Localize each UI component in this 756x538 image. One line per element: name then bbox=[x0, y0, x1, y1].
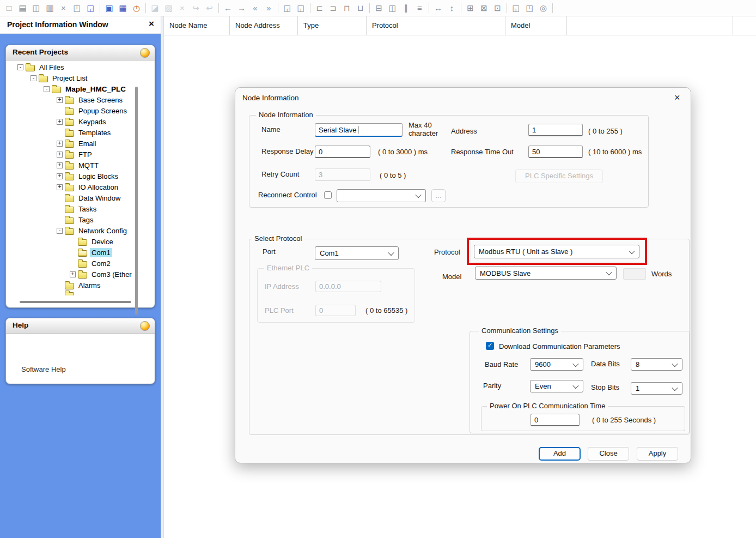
expand-icon[interactable]: + bbox=[57, 141, 63, 147]
parity-select[interactable]: Even bbox=[530, 380, 583, 392]
port-select[interactable]: Com1 bbox=[315, 246, 399, 260]
group-icon[interactable]: ◱ bbox=[509, 2, 523, 15]
close-button[interactable]: Close bbox=[588, 447, 629, 461]
collapse-icon[interactable]: - bbox=[31, 75, 36, 81]
add-list-icon[interactable]: ▥ bbox=[43, 2, 57, 15]
ungroup-icon[interactable]: ◳ bbox=[523, 2, 536, 15]
collapse-icon[interactable]: - bbox=[17, 64, 23, 70]
tree-item-alarms[interactable]: Alarms bbox=[10, 280, 132, 291]
baud-rate-select[interactable]: 9600 bbox=[530, 358, 583, 371]
align-center-h-icon[interactable]: ⊟ bbox=[372, 2, 386, 15]
tree-item-network-config[interactable]: -Network Config bbox=[10, 225, 132, 236]
tree-item-tasks[interactable]: Tasks bbox=[10, 203, 132, 214]
first-icon[interactable]: « bbox=[248, 2, 262, 15]
tree-item-maple-hmc-plc[interactable]: -Maple_HMC_PLC bbox=[10, 83, 132, 94]
reconnect-browse-button[interactable]: ... bbox=[431, 189, 446, 202]
collapse-icon[interactable]: - bbox=[44, 86, 50, 92]
tree-item-device[interactable]: Device bbox=[10, 236, 132, 247]
column-header-blank[interactable] bbox=[567, 16, 733, 35]
fit-height-icon[interactable]: ⊠ bbox=[477, 2, 491, 15]
column-header-model[interactable]: Model bbox=[505, 16, 567, 35]
name-input[interactable] bbox=[315, 123, 403, 137]
help-header[interactable]: Help bbox=[6, 318, 155, 334]
tree-item-partial[interactable] bbox=[10, 291, 132, 295]
collapse-orb-icon[interactable] bbox=[140, 321, 150, 331]
software-help-link[interactable]: Software Help bbox=[21, 365, 66, 373]
tree-item-com2[interactable]: Com2 bbox=[10, 258, 132, 269]
same-height-icon[interactable]: ↕ bbox=[445, 2, 459, 15]
expand-icon[interactable]: + bbox=[57, 162, 63, 168]
last-icon[interactable]: » bbox=[262, 2, 276, 15]
tree-item-mqtt[interactable]: +MQTT bbox=[10, 160, 132, 171]
add-notebook-icon[interactable]: ▤ bbox=[16, 2, 29, 15]
center-screen-icon[interactable]: ⊡ bbox=[491, 2, 504, 15]
apply-button[interactable]: Apply bbox=[637, 447, 678, 461]
align-left-icon[interactable]: ⊏ bbox=[313, 2, 326, 15]
reconnect-control-select[interactable] bbox=[337, 189, 426, 202]
expand-icon[interactable]: + bbox=[57, 152, 63, 158]
tree-item-com3-ethernet[interactable]: +Com3 (Ethernet) bbox=[10, 269, 132, 280]
protocol-select[interactable]: Modbus RTU ( Unit as Slave ) bbox=[474, 245, 639, 258]
online-monitor-icon[interactable]: ▣ bbox=[102, 2, 116, 15]
tree-item-data-window[interactable]: Data Window bbox=[10, 192, 132, 203]
reconnect-control-checkbox[interactable] bbox=[324, 191, 332, 199]
align-top-icon[interactable]: ⊓ bbox=[340, 2, 353, 15]
tree-item-popup-screens[interactable]: Popup Screens bbox=[10, 105, 132, 116]
copy-page-icon[interactable]: ◫ bbox=[29, 2, 43, 15]
tree-item-tags[interactable]: Tags bbox=[10, 214, 132, 225]
expand-icon[interactable]: + bbox=[57, 97, 63, 103]
column-header-node-name[interactable]: Node Name bbox=[164, 16, 230, 35]
open-project-icon[interactable]: ◰ bbox=[70, 2, 84, 15]
collapse-icon[interactable]: - bbox=[57, 228, 63, 234]
column-header-node-address[interactable]: Node Address bbox=[230, 16, 298, 35]
expand-icon[interactable]: + bbox=[57, 173, 63, 179]
distribute-h-icon[interactable]: ∥ bbox=[399, 2, 413, 15]
tree-item-io-allocation[interactable]: +IO Allocation bbox=[10, 182, 132, 192]
model-select[interactable]: MODBUS Slave bbox=[475, 267, 617, 280]
tree-item-project-list[interactable]: -Project List bbox=[10, 72, 132, 83]
tree-item-com1[interactable]: Com1 bbox=[10, 247, 132, 258]
forward-icon[interactable]: → bbox=[235, 2, 248, 15]
tree-item-ftp[interactable]: +FTP bbox=[10, 149, 132, 160]
find-icon[interactable]: ◎ bbox=[536, 2, 550, 15]
download-parameters-checkbox[interactable] bbox=[486, 342, 494, 350]
response-delay-input[interactable] bbox=[315, 146, 370, 158]
recent-projects-header[interactable]: Recent Projects bbox=[6, 45, 155, 61]
distribute-v-icon[interactable]: ≡ bbox=[413, 2, 426, 15]
tree-horizontal-scrollbar[interactable] bbox=[20, 301, 131, 303]
expand-icon[interactable]: + bbox=[70, 271, 76, 277]
close-icon[interactable]: × bbox=[149, 19, 154, 29]
expand-icon[interactable]: + bbox=[57, 119, 63, 125]
align-bottom-icon[interactable]: ⊔ bbox=[353, 2, 367, 15]
send-backward-icon[interactable]: ◱ bbox=[294, 2, 308, 15]
tree-item-logic-blocks[interactable]: +Logic Blocks bbox=[10, 171, 132, 182]
collapse-orb-icon[interactable] bbox=[140, 48, 150, 58]
column-header-type[interactable]: Type bbox=[298, 16, 367, 35]
close-icon[interactable]: × bbox=[674, 92, 680, 104]
tree-item-templates[interactable]: Templates bbox=[10, 127, 132, 138]
tree-vertical-scrollbar[interactable] bbox=[135, 87, 138, 315]
screen-editor-icon[interactable]: ◲ bbox=[84, 2, 97, 15]
database-clock-icon[interactable]: ◷ bbox=[130, 2, 143, 15]
bring-forward-icon[interactable]: ◲ bbox=[281, 2, 294, 15]
same-width-icon[interactable]: ↔ bbox=[431, 2, 445, 15]
tree-item-all-files[interactable]: -All Files bbox=[10, 62, 132, 72]
tree-item-keypads[interactable]: +Keypads bbox=[10, 116, 132, 127]
tree-item-base-screens[interactable]: +Base Screens bbox=[10, 94, 132, 105]
database-icon[interactable]: ▦ bbox=[116, 2, 130, 15]
power-on-time-input[interactable] bbox=[531, 414, 580, 426]
data-bits-select[interactable]: 8 bbox=[631, 358, 682, 371]
align-center-v-icon[interactable]: ◫ bbox=[386, 2, 399, 15]
tree-item-email[interactable]: +Email bbox=[10, 138, 132, 149]
expand-icon[interactable]: + bbox=[57, 184, 63, 190]
delete-icon[interactable]: × bbox=[57, 2, 70, 15]
response-timeout-input[interactable] bbox=[528, 146, 583, 158]
fit-width-icon[interactable]: ⊞ bbox=[464, 2, 477, 15]
new-file-icon[interactable]: □ bbox=[2, 2, 16, 15]
column-header-protocol[interactable]: Protocol bbox=[367, 16, 505, 35]
address-input[interactable] bbox=[528, 124, 583, 136]
add-button[interactable]: Add bbox=[539, 447, 581, 461]
stop-bits-select[interactable]: 1 bbox=[631, 382, 682, 395]
align-right-icon[interactable]: ⊐ bbox=[326, 2, 340, 15]
back-icon[interactable]: ← bbox=[221, 2, 235, 15]
